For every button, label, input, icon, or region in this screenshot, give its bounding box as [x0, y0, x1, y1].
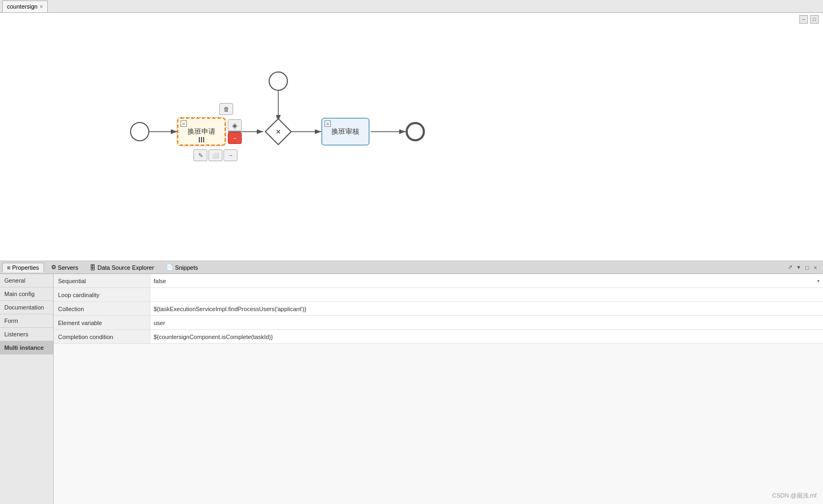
task-huanban-review[interactable]: = 换班审核 — [321, 118, 370, 146]
prop-sequential-label: Sequential — [54, 274, 150, 287]
snippets-tab-icon: 📄 — [166, 264, 174, 271]
task-edit-btn[interactable]: ✎ — [193, 149, 207, 161]
panel-tab-bar: ≡ Properties ⚙ Servers 🗄 Data Source Exp… — [0, 261, 823, 274]
start-event[interactable] — [130, 122, 149, 141]
minimize-btn[interactable]: − — [799, 15, 808, 24]
snippets-tab-label: Snippets — [175, 264, 198, 271]
bpmn-editor: − □ 🗑 = 换班申请 ◈ − — [0, 13, 823, 261]
intermediate-event[interactable] — [269, 71, 288, 91]
nav-listeners[interactable]: Listeners — [0, 328, 53, 341]
task-save-btn[interactable]: ⬜ — [208, 149, 222, 161]
task-action-bottom: ✎ ⬜ → — [193, 149, 237, 161]
task2-type-icon: = — [324, 120, 331, 127]
task-huanban-apply[interactable]: = 换班申请 — [177, 118, 226, 146]
prop-sequential-row: Sequential false ▾ — [54, 274, 823, 288]
datasource-tab-icon: 🗄 — [90, 264, 96, 271]
tab-properties[interactable]: ≡ Properties — [2, 263, 44, 272]
watermark: CSDN @掘浅.mf — [772, 492, 817, 500]
tab-datasource[interactable]: 🗄 Data Source Explorer — [85, 263, 158, 272]
prop-element-variable-value[interactable]: user — [150, 316, 823, 329]
prop-element-variable-row: Element variable user — [54, 316, 823, 330]
prop-completion-condition-value[interactable]: ${countersignComponent.isComplete(taskId… — [150, 330, 823, 343]
prop-collection-row: Collection ${taskExecutionServiceImpl.fi… — [54, 302, 823, 316]
task1-label: 换班申请 — [187, 127, 215, 136]
sequential-dropdown-arrow[interactable]: ▾ — [817, 278, 820, 284]
prop-sequential-value[interactable]: false ▾ — [150, 274, 823, 287]
task-arrow-btn[interactable]: → — [223, 149, 237, 161]
prop-collection-label: Collection — [54, 302, 150, 315]
properties-tab-label: Properties — [12, 264, 39, 271]
servers-tab-icon: ⚙ — [51, 264, 56, 271]
prop-completion-condition-row: Completion condition ${countersignCompon… — [54, 330, 823, 344]
tab-close-icon[interactable]: × — [40, 4, 43, 10]
props-sidebar: General Main config Documentation Form L… — [0, 274, 54, 504]
tab-servers[interactable]: ⚙ Servers — [46, 262, 83, 272]
nav-documentation[interactable]: Documentation — [0, 301, 53, 314]
bottom-panel: ≡ Properties ⚙ Servers 🗄 Data Source Exp… — [0, 261, 823, 504]
panel-tab-actions: ↗ ▾ □ × — [786, 263, 823, 271]
countersign-tab[interactable]: countersign × — [2, 1, 48, 12]
nav-multiinstance[interactable]: Multi instance — [0, 341, 53, 355]
props-content: Sequential false ▾ Loop cardinality — [54, 274, 823, 504]
panel-close-btn[interactable]: × — [812, 264, 819, 271]
gateway[interactable]: × — [265, 118, 292, 146]
prop-loop-cardinality-value[interactable] — [150, 288, 823, 301]
properties-layout: General Main config Documentation Form L… — [0, 274, 823, 504]
task2-label: 换班审核 — [331, 127, 359, 136]
editor-toolbar: − □ — [799, 15, 819, 24]
servers-tab-label: Servers — [58, 264, 78, 271]
task-action-right: ◈ − — [228, 119, 242, 144]
prop-collection-value[interactable]: ${taskExecutionServiceImpl.findProcessUs… — [150, 302, 823, 315]
prop-element-variable-label: Element variable — [54, 316, 150, 329]
nav-form[interactable]: Form — [0, 314, 53, 328]
datasource-tab-label: Data Source Explorer — [97, 264, 154, 271]
task-minus-btn red[interactable]: − — [228, 132, 242, 144]
end-event[interactable] — [406, 122, 425, 141]
gateway-icon: × — [276, 127, 280, 136]
panel-maximize-btn[interactable]: □ — [804, 264, 811, 271]
task-diamond-btn[interactable]: ◈ — [228, 119, 242, 131]
loop-cardinality-input[interactable] — [154, 292, 820, 298]
tab-snippets[interactable]: 📄 Snippets — [161, 262, 203, 272]
tab-bar: countersign × — [0, 0, 823, 13]
restore-btn[interactable]: □ — [810, 15, 819, 24]
panel-menu-btn[interactable]: ▾ — [796, 263, 802, 271]
nav-mainconfig[interactable]: Main config — [0, 287, 53, 301]
properties-tab-icon: ≡ — [7, 264, 10, 271]
multi-instance-icon — [199, 137, 204, 142]
prop-loop-cardinality-label: Loop cardinality — [54, 288, 150, 301]
task-type-icon: = — [181, 120, 187, 127]
panel-export-btn[interactable]: ↗ — [786, 263, 794, 271]
prop-loop-cardinality-row: Loop cardinality — [54, 288, 823, 302]
tab-title: countersign — [7, 3, 38, 10]
prop-completion-condition-label: Completion condition — [54, 330, 150, 343]
delete-btn[interactable]: 🗑 — [219, 103, 233, 115]
task-action-top: 🗑 — [219, 103, 233, 115]
nav-general[interactable]: General — [0, 274, 53, 287]
